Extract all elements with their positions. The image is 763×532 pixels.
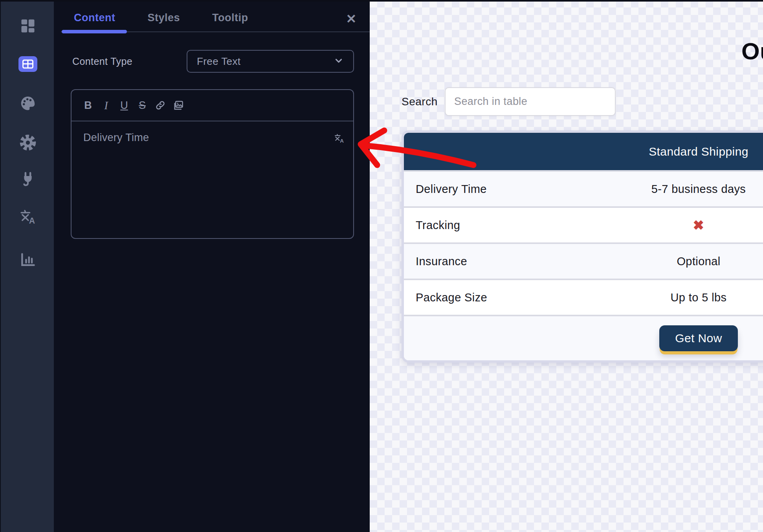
underline-button[interactable]: U (118, 97, 130, 113)
dashboard-icon (19, 17, 37, 35)
translate-icon: A (19, 207, 37, 226)
table-row: Insurance Optional (404, 242, 763, 279)
pricing-table: Standard Shipping Delivery Time 5-7 busi… (402, 130, 763, 363)
row-label: Insurance (404, 244, 629, 279)
search-label: Search (402, 87, 438, 116)
tab-tooltip[interactable]: Tooltip (212, 12, 248, 24)
sidebar-item-analytics[interactable] (1, 249, 55, 271)
tab-content[interactable]: Content (74, 12, 115, 24)
sidebar-item-translate[interactable]: A (1, 205, 55, 227)
table-header-empty-cell (404, 133, 629, 170)
editor-text: Delivery Time (83, 132, 149, 143)
bold-button[interactable]: B (82, 97, 94, 113)
panel-tabs: Content Styles Tooltip (74, 12, 248, 24)
row-value: ✖ (629, 208, 763, 242)
row-label: Delivery Time (404, 172, 629, 206)
content-type-dropdown[interactable]: Free Text (187, 50, 354, 73)
get-now-button[interactable]: Get Now (659, 325, 738, 351)
icon-rail: A (0, 0, 54, 532)
cross-icon: ✖ (693, 217, 704, 233)
plug-icon (20, 171, 36, 187)
row-label: Package Size (404, 280, 629, 315)
row-value: Optional (629, 244, 763, 279)
preview-canvas: Ou Search Standard Shipping Delivery Tim… (370, 0, 763, 532)
row-label: Tracking (404, 208, 629, 242)
sidebar-item-integrations[interactable] (1, 168, 55, 190)
table-header-row: Standard Shipping (404, 133, 763, 170)
table-button-row: Get Now (404, 315, 763, 360)
app-screen: A Content Styles Tooltip ✕ Con (0, 0, 763, 532)
insert-image-icon[interactable] (172, 97, 185, 113)
link-icon[interactable] (154, 97, 167, 113)
content-type-value: Free Text (197, 55, 334, 68)
row-value: Up to 5 lbs (629, 280, 763, 315)
table-row: Tracking ✖ (404, 206, 763, 242)
element-settings-panel: Content Styles Tooltip ✕ Content Type Fr… (54, 0, 370, 532)
strikethrough-button[interactable]: S (136, 97, 149, 113)
svg-text:A: A (29, 216, 35, 225)
row-value: 5-7 business days (629, 172, 763, 206)
search-input[interactable] (445, 87, 616, 116)
table-header-title: Standard Shipping (629, 133, 763, 170)
tables-icon (18, 56, 37, 72)
tab-styles[interactable]: Styles (147, 12, 180, 24)
top-edge-strip (0, 0, 763, 2)
editor-toolbar: B I U S (72, 90, 353, 121)
active-tab-indicator (62, 30, 127, 33)
rich-text-editor: B I U S (71, 89, 354, 239)
table-row: Delivery Time 5-7 business days (404, 170, 763, 206)
translate-field-icon[interactable]: A (334, 132, 345, 146)
page-title: Ou (741, 38, 763, 65)
editor-text-area[interactable]: Delivery Time A (72, 121, 353, 238)
row-label (404, 316, 629, 360)
table-row: Package Size Up to 5 lbs (404, 279, 763, 315)
row-value: Get Now (629, 316, 763, 360)
sidebar-item-tables[interactable] (1, 53, 55, 75)
chevron-down-icon (334, 55, 344, 67)
palette-icon (19, 94, 37, 112)
close-icon[interactable]: ✕ (343, 11, 360, 27)
sidebar-item-appearance[interactable] (1, 92, 55, 114)
gear-icon (19, 134, 37, 152)
sidebar-item-settings[interactable] (1, 132, 55, 154)
content-type-label: Content Type (72, 50, 132, 73)
svg-text:A: A (340, 138, 344, 144)
sidebar-item-dashboard[interactable] (1, 15, 55, 37)
italic-button[interactable]: I (100, 97, 112, 113)
analytics-icon (19, 251, 37, 268)
